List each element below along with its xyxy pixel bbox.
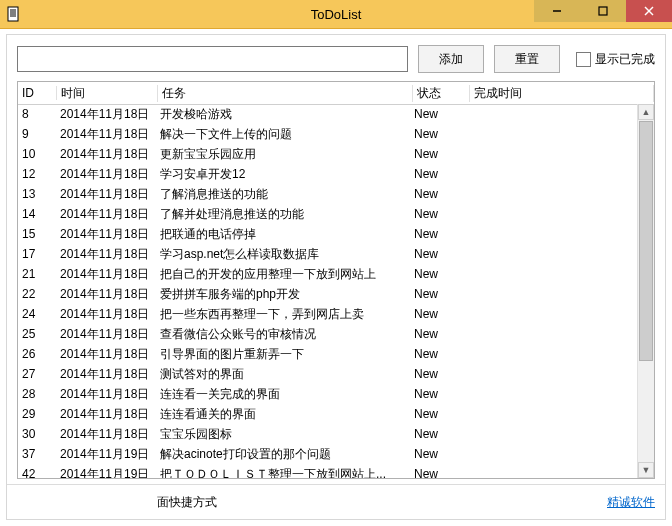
task-input[interactable]: [17, 46, 408, 72]
cell-task: 了解并处理消息推送的功能: [156, 206, 410, 223]
cell-id: 22: [18, 287, 56, 301]
cell-time: 2014年11月19日: [56, 446, 156, 463]
table-row[interactable]: 242014年11月18日把一些东西再整理一下，弄到网店上卖New: [18, 304, 638, 324]
show-done-label: 显示已完成: [595, 51, 655, 68]
cell-state: New: [410, 247, 466, 261]
table-row[interactable]: 422014年11月19日把ＴＯＤＯＬＩＳＴ整理一下放到网站上...New: [18, 464, 638, 478]
cell-time: 2014年11月18日: [56, 346, 156, 363]
cell-state: New: [410, 427, 466, 441]
table-row[interactable]: 122014年11月18日学习安卓开发12New: [18, 164, 638, 184]
cell-id: 27: [18, 367, 56, 381]
title-bar: ToDoList: [0, 0, 672, 29]
cell-id: 17: [18, 247, 56, 261]
cell-id: 9: [18, 127, 56, 141]
cell-state: New: [410, 167, 466, 181]
cell-state: New: [410, 187, 466, 201]
table-row[interactable]: 282014年11月18日连连看一关完成的界面New: [18, 384, 638, 404]
cell-state: New: [410, 287, 466, 301]
table-row[interactable]: 82014年11月18日开发梭哈游戏New: [18, 104, 638, 124]
add-button[interactable]: 添加: [418, 45, 484, 73]
toolbar: 添加 重置 显示已完成: [7, 35, 665, 81]
table-row[interactable]: 132014年11月18日了解消息推送的功能New: [18, 184, 638, 204]
app-icon: [6, 6, 22, 22]
cell-state: New: [410, 327, 466, 341]
task-listview[interactable]: ID 时间 任务 状态 完成时间 82014年11月18日开发梭哈游戏New92…: [17, 81, 655, 479]
cell-id: 26: [18, 347, 56, 361]
column-id[interactable]: ID: [18, 86, 57, 100]
cell-state: New: [410, 347, 466, 361]
cell-task: 把ＴＯＤＯＬＩＳＴ整理一下放到网站上...: [156, 466, 410, 479]
column-task[interactable]: 任务: [158, 85, 413, 102]
cell-state: New: [410, 207, 466, 221]
cell-id: 15: [18, 227, 56, 241]
listview-body[interactable]: 82014年11月18日开发梭哈游戏New92014年11月18日解决一下文件上…: [18, 104, 638, 478]
cell-id: 30: [18, 427, 56, 441]
table-row[interactable]: 292014年11月18日连连看通关的界面New: [18, 404, 638, 424]
cell-task: 解决一下文件上传的问题: [156, 126, 410, 143]
table-row[interactable]: 212014年11月18日把自己的开发的应用整理一下放到网站上New: [18, 264, 638, 284]
cell-id: 24: [18, 307, 56, 321]
cell-time: 2014年11月18日: [56, 186, 156, 203]
reset-button[interactable]: 重置: [494, 45, 560, 73]
cell-id: 12: [18, 167, 56, 181]
cell-state: New: [410, 387, 466, 401]
cell-time: 2014年11月18日: [56, 326, 156, 343]
table-row[interactable]: 172014年11月18日学习asp.net怎么样读取数据库New: [18, 244, 638, 264]
cell-id: 14: [18, 207, 56, 221]
close-button[interactable]: [626, 0, 672, 22]
cell-id: 8: [18, 107, 56, 121]
cell-time: 2014年11月18日: [56, 406, 156, 423]
maximize-button[interactable]: [580, 0, 626, 22]
cell-id: 13: [18, 187, 56, 201]
cell-task: 查看微信公众账号的审核情况: [156, 326, 410, 343]
cell-time: 2014年11月18日: [56, 126, 156, 143]
cell-state: New: [410, 267, 466, 281]
cell-task: 更新宝宝乐园应用: [156, 146, 410, 163]
cell-task: 把自己的开发的应用整理一下放到网站上: [156, 266, 410, 283]
table-row[interactable]: 272014年11月18日测试答对的界面New: [18, 364, 638, 384]
cell-id: 37: [18, 447, 56, 461]
table-row[interactable]: 262014年11月18日引导界面的图片重新弄一下New: [18, 344, 638, 364]
vertical-scrollbar[interactable]: ▲ ▼: [637, 104, 654, 478]
cell-task: 学习安卓开发12: [156, 166, 410, 183]
column-time[interactable]: 时间: [57, 85, 158, 102]
cell-id: 10: [18, 147, 56, 161]
scroll-thumb[interactable]: [639, 121, 653, 361]
vendor-link[interactable]: 精诚软件: [607, 494, 655, 511]
table-row[interactable]: 252014年11月18日查看微信公众账号的审核情况New: [18, 324, 638, 344]
cell-time: 2014年11月18日: [56, 226, 156, 243]
cell-state: New: [410, 467, 466, 478]
scroll-down-icon[interactable]: ▼: [638, 462, 654, 478]
show-done-checkbox[interactable]: 显示已完成: [576, 51, 655, 68]
cell-task: 了解消息推送的功能: [156, 186, 410, 203]
cell-task: 连连看通关的界面: [156, 406, 410, 423]
cell-id: 25: [18, 327, 56, 341]
table-row[interactable]: 222014年11月18日爱拼拼车服务端的php开发New: [18, 284, 638, 304]
table-row[interactable]: 102014年11月18日更新宝宝乐园应用New: [18, 144, 638, 164]
cell-task: 引导界面的图片重新弄一下: [156, 346, 410, 363]
cell-time: 2014年11月18日: [56, 166, 156, 183]
table-row[interactable]: 302014年11月18日宝宝乐园图标New: [18, 424, 638, 444]
cell-id: 28: [18, 387, 56, 401]
cell-task: 解决acinote打印设置的那个问题: [156, 446, 410, 463]
table-row[interactable]: 152014年11月18日把联通的电话停掉New: [18, 224, 638, 244]
cell-time: 2014年11月19日: [56, 466, 156, 479]
cell-state: New: [410, 367, 466, 381]
column-state[interactable]: 状态: [413, 85, 470, 102]
scroll-up-icon[interactable]: ▲: [638, 104, 654, 120]
cell-time: 2014年11月18日: [56, 306, 156, 323]
cell-task: 连连看一关完成的界面: [156, 386, 410, 403]
table-row[interactable]: 142014年11月18日 了解并处理消息推送的功能New: [18, 204, 638, 224]
cell-state: New: [410, 107, 466, 121]
cell-state: New: [410, 447, 466, 461]
cell-task: 把一些东西再整理一下，弄到网店上卖: [156, 306, 410, 323]
client-area: 添加 重置 显示已完成 ID 时间 任务 状态 完成时间 82014年11月18…: [6, 34, 666, 520]
column-donetime[interactable]: 完成时间: [470, 85, 654, 102]
minimize-button[interactable]: [534, 0, 580, 22]
cell-id: 21: [18, 267, 56, 281]
table-row[interactable]: 92014年11月18日解决一下文件上传的问题New: [18, 124, 638, 144]
listview-header[interactable]: ID 时间 任务 状态 完成时间: [18, 82, 654, 105]
cell-time: 2014年11月18日: [56, 266, 156, 283]
window-controls: [534, 0, 672, 22]
table-row[interactable]: 372014年11月19日解决acinote打印设置的那个问题New: [18, 444, 638, 464]
